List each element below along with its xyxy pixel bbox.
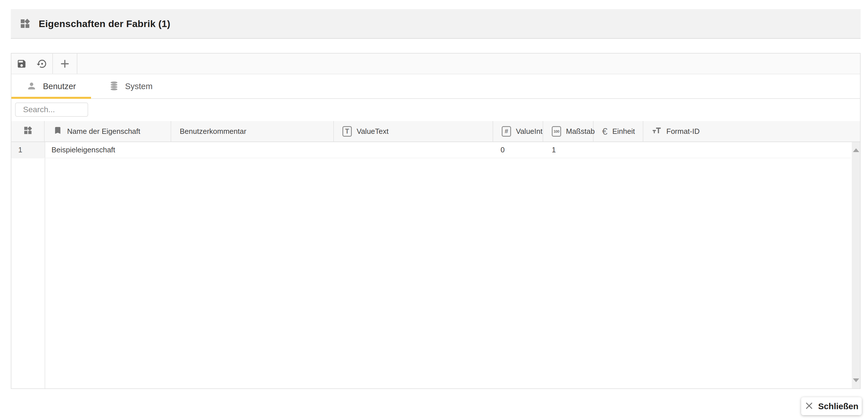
column-label: Maßstab [566,127,595,136]
dialog-titlebar: Eigenschaften der Fabrik (1) [11,9,861,39]
row-massstab-cell[interactable]: 1 [543,142,594,158]
add-button[interactable] [53,54,77,74]
column-label: Name der Eigenschaft [67,127,140,136]
row-valueint-cell[interactable]: 0 [493,142,543,158]
save-icon [17,59,27,69]
column-header-name[interactable]: Name der Eigenschaft [45,121,171,142]
properties-grid: Name der Eigenschaft Benutzerkommentar T… [11,121,860,388]
column-label: ValueText [356,127,389,136]
properties-panel: Benutzer System [11,53,861,389]
table-row[interactable]: 1 Beispieleigenschaft 0 1 [11,142,851,158]
column-label: Einheit [612,127,635,136]
page-title: Eigenschaften der Fabrik (1) [39,18,170,29]
column-label: Format-ID [666,127,700,136]
search-input[interactable] [16,103,88,116]
column-label: ValueInt [516,127,542,136]
row-valuetext-cell[interactable] [334,142,493,158]
bookmark-icon [53,126,62,137]
grid-header: Name der Eigenschaft Benutzerkommentar T… [11,121,860,142]
search-row [11,99,860,121]
column-header-index[interactable] [11,121,45,142]
row-index-cell[interactable]: 1 [11,142,45,158]
index-column-divider [45,142,45,388]
row-comment-cell[interactable] [171,142,334,158]
save-button[interactable] [11,54,32,74]
widgets-icon [23,125,33,137]
text-format-icon [652,125,661,137]
tab-benutzer[interactable]: Benutzer [11,74,91,98]
scroll-down-icon[interactable] [853,379,859,382]
tab-label: System [125,82,153,91]
restore-icon [37,58,48,69]
close-button-label: Schließen [818,401,859,411]
person-icon [26,81,37,92]
row-einheit-cell[interactable] [594,142,643,158]
column-header-massstab[interactable]: 100 Maßstab [543,121,594,142]
tab-label: Benutzer [43,82,76,91]
column-header-comment[interactable]: Benutzerkommentar [171,121,334,142]
column-header-einheit[interactable]: € Einheit [594,121,643,142]
vertical-scrollbar[interactable] [852,142,860,388]
restore-button[interactable] [32,54,52,74]
tab-bar: Benutzer System [11,74,860,99]
close-icon [805,401,814,411]
row-formatid-cell[interactable] [643,142,851,158]
column-label: Benutzerkommentar [180,127,246,136]
scale-100-icon: 100 [552,126,561,137]
euro-icon: € [602,127,608,136]
number-value-icon: # [502,126,511,137]
text-value-icon: T [342,126,352,137]
column-header-formatid[interactable]: Format-ID [643,121,860,142]
database-icon [109,81,119,92]
grid-body: 1 Beispieleigenschaft 0 1 [11,142,860,388]
row-name-cell[interactable]: Beispieleigenschaft [45,142,171,158]
column-header-valuetext[interactable]: T ValueText [334,121,493,142]
toolbar-separator [77,54,78,74]
close-button[interactable]: Schließen [801,397,862,415]
tab-system[interactable]: System [91,74,170,98]
scroll-up-icon[interactable] [853,148,859,152]
widgets-icon [19,18,31,29]
search-box [15,103,88,117]
plus-icon [58,57,71,70]
toolbar [11,54,860,74]
column-header-valueint[interactable]: # ValueInt [493,121,543,142]
